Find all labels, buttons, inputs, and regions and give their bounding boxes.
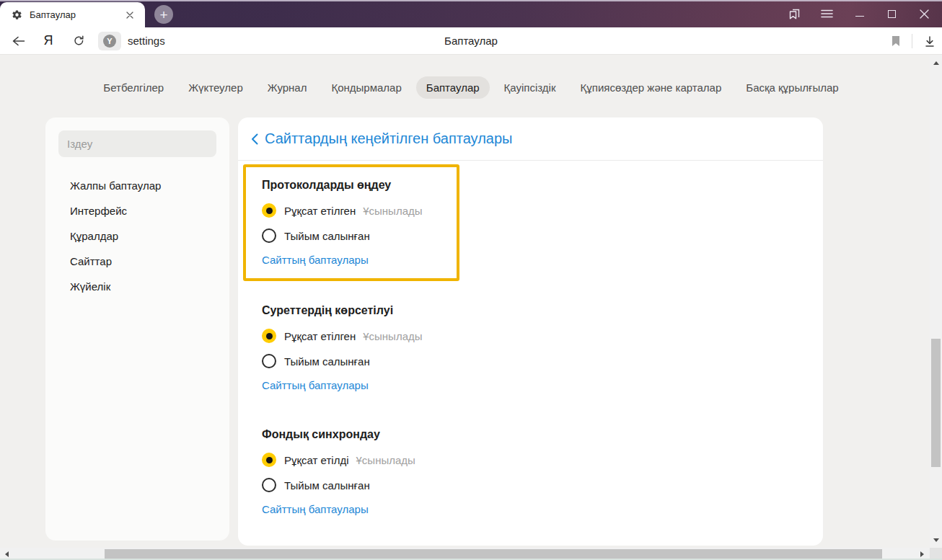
settings-section: Фондық синхрондау Рұқсат етілді Ұсынылад…	[262, 427, 823, 516]
settings-page: БетбелгілерЖүктеулерЖурналҚондырмаларБап…	[0, 55, 942, 99]
section-options: Рұқсат етілді Ұсынылады Тыйым салынған	[262, 452, 823, 493]
back-chevron-icon	[250, 133, 259, 146]
back-icon[interactable]	[3, 27, 33, 55]
download-icon[interactable]	[923, 35, 936, 48]
radio-icon[interactable]	[262, 478, 276, 492]
section-title: Суреттердің көрсетілуі	[262, 303, 823, 319]
nav-tab-3[interactable]: Қондырмалар	[321, 76, 411, 99]
radio-icon[interactable]	[262, 329, 276, 343]
protect-icon: Y	[103, 35, 116, 48]
toolbar-right	[891, 27, 936, 55]
nav-tab-6[interactable]: Құпиясөздер және карталар	[571, 76, 732, 99]
titlebar: Баптаулар +	[0, 0, 942, 27]
radio-icon[interactable]	[262, 453, 276, 467]
gear-icon	[12, 9, 22, 20]
sidebar-item-0[interactable]: Жалпы баптаулар	[58, 173, 216, 198]
new-tab-button[interactable]: +	[154, 5, 173, 24]
radio-icon[interactable]	[262, 354, 276, 368]
nav-tab-1[interactable]: Жүктеулер	[178, 76, 253, 99]
radio-label: Тыйым салынған	[284, 230, 370, 242]
settings-section: Протоколдарды өңдеу Рұқсат етілген Ұсыны…	[243, 164, 459, 281]
section-title: Фондық синхрондау	[262, 427, 823, 443]
radio-label: Рұқсат етілген	[284, 330, 356, 342]
radio-label: Рұқсат етілді	[284, 454, 349, 466]
protect-badge[interactable]: Y	[98, 32, 121, 50]
window-controls	[778, 0, 941, 27]
browser-tab[interactable]: Баптаулар	[0, 2, 145, 27]
radio-label: Тыйым салынған	[284, 355, 370, 368]
refresh-icon[interactable]	[63, 27, 94, 55]
section-options: Рұқсат етілген Ұсынылады Тыйым салынған	[262, 328, 823, 369]
search-input[interactable]	[58, 130, 216, 157]
vertical-scrollbar[interactable]	[930, 55, 942, 548]
settings-section: Суреттердің көрсетілуі Рұқсат етілген Ұс…	[262, 303, 823, 392]
radio-icon[interactable]	[262, 228, 276, 243]
site-settings-link[interactable]: Сайттың баптаулары	[262, 379, 369, 391]
sidebar-item-2[interactable]: Құралдар	[58, 223, 216, 249]
page-title: Сайттардың кеңейтілген баптаулары	[265, 130, 512, 147]
bookmark-icon[interactable]	[891, 35, 901, 47]
tab-title: Баптаулар	[30, 9, 116, 20]
radio-option[interactable]: Тыйым салынған	[262, 353, 823, 369]
scroll-up-icon[interactable]	[930, 58, 942, 68]
minimize-icon[interactable]	[843, 0, 876, 27]
menu-icon[interactable]	[811, 0, 843, 27]
radio-label: Тыйым салынған	[284, 479, 370, 492]
vertical-scroll-thumb[interactable]	[931, 339, 941, 467]
section-options: Рұқсат етілген Ұсынылады Тыйым салынған	[262, 203, 449, 244]
sidebar-item-1[interactable]: Интерфейс	[58, 198, 216, 223]
sidebar-menu: Жалпы баптауларИнтерфейсҚұралдарСайттарЖ…	[58, 173, 216, 299]
settings-sidebar: Жалпы баптауларИнтерфейсҚұралдарСайттарЖ…	[45, 117, 229, 541]
recommended-badge: Ұсынылады	[363, 330, 422, 342]
settings-sections: Протоколдарды өңдеу Рұқсат етілген Ұсыны…	[238, 164, 823, 516]
window-close-icon[interactable]	[908, 0, 941, 27]
toolbar-divider	[912, 34, 912, 48]
radio-option[interactable]: Тыйым салынған	[262, 477, 823, 493]
section-title: Протоколдарды өңдеу	[262, 177, 449, 193]
radio-option[interactable]: Рұқсат етілді Ұсынылады	[262, 452, 823, 468]
nav-tab-4[interactable]: Баптаулар	[416, 76, 490, 99]
nav-tab-5[interactable]: Қауіпсіздік	[494, 76, 566, 99]
toolbar: Я Y settings Баптаулар	[0, 27, 942, 55]
scroll-down-icon[interactable]	[930, 535, 942, 545]
url-text[interactable]: settings	[128, 35, 165, 47]
header-divider	[238, 160, 823, 161]
radio-icon[interactable]	[262, 203, 276, 218]
radio-option[interactable]: Рұқсат етілген Ұсынылады	[262, 328, 823, 344]
radio-label: Рұқсат етілген	[284, 205, 356, 217]
recommended-badge: Ұсынылады	[363, 205, 422, 217]
settings-main-panel: Сайттардың кеңейтілген баптаулары Проток…	[238, 117, 823, 546]
browser-window: Баптаулар + Я	[0, 0, 942, 560]
sidebar-item-3[interactable]: Сайттар	[58, 249, 216, 274]
recommended-badge: Ұсынылады	[356, 454, 415, 466]
site-settings-link[interactable]: Сайттың баптаулары	[262, 254, 369, 266]
nav-tab-7[interactable]: Басқа құрылғылар	[736, 76, 848, 99]
nav-tab-2[interactable]: Журнал	[257, 76, 317, 99]
nav-tab-0[interactable]: Бетбелгілер	[93, 76, 174, 99]
section-back-header[interactable]: Сайттардың кеңейтілген баптаулары	[238, 117, 823, 160]
side-panel-icon[interactable]	[778, 0, 811, 27]
radio-option[interactable]: Тыйым салынған	[262, 228, 449, 244]
site-settings-link[interactable]: Сайттың баптаулары	[262, 503, 369, 515]
radio-option[interactable]: Рұқсат етілген Ұсынылады	[262, 203, 449, 218]
settings-nav-tabs: БетбелгілерЖүктеулерЖурналҚондырмаларБап…	[0, 55, 942, 99]
sidebar-item-4[interactable]: Жүйелік	[58, 274, 216, 299]
tab-close-icon[interactable]	[123, 9, 136, 22]
maximize-icon[interactable]	[876, 0, 908, 27]
yandex-logo[interactable]: Я	[33, 27, 63, 55]
horizontal-scroll-thumb[interactable]	[105, 549, 882, 559]
